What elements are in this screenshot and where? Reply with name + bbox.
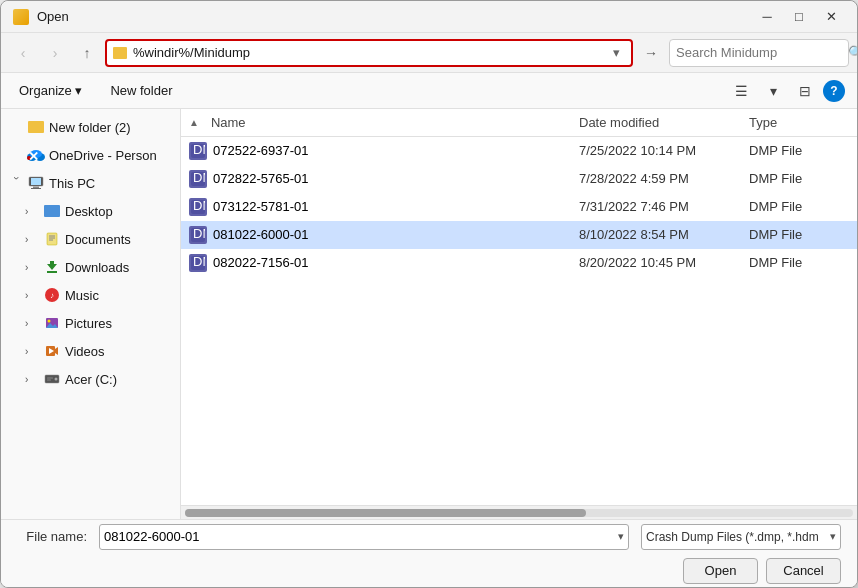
- title-bar-left: Open: [13, 9, 69, 25]
- file-name-cell: DM 073122-5781-01: [189, 198, 579, 216]
- videos-icon: [43, 344, 61, 358]
- file-name: 082022-7156-01: [213, 255, 308, 270]
- sidebar-label: Documents: [65, 232, 131, 247]
- filetype-dropdown-icon[interactable]: ▾: [830, 530, 836, 543]
- pc-icon: [27, 176, 45, 190]
- view-icon-button[interactable]: ☰: [727, 77, 755, 105]
- minimize-button[interactable]: ─: [753, 6, 781, 28]
- table-row[interactable]: DM 072822-5765-01 7/28/2022 4:59 PM DMP …: [181, 165, 857, 193]
- svg-text:✕: ✕: [28, 149, 39, 161]
- table-row[interactable]: DM 072522-6937-01 7/25/2022 10:14 PM DMP…: [181, 137, 857, 165]
- expand-arrow: ›: [25, 374, 39, 385]
- downloads-icon: [43, 260, 61, 274]
- view-dropdown-button[interactable]: ▾: [759, 77, 787, 105]
- sidebar-item-this-pc[interactable]: › This PC: [1, 169, 180, 197]
- sidebar-item-new-folder-2[interactable]: New folder (2): [1, 113, 180, 141]
- bottom-bar: File name: ▾ ▾ Open Cancel: [1, 519, 857, 587]
- filename-row: File name: ▾ ▾: [17, 524, 841, 550]
- pane-button[interactable]: ⊟: [791, 77, 819, 105]
- filename-input[interactable]: [104, 529, 614, 544]
- file-date-cell: 8/10/2022 8:54 PM: [579, 227, 749, 242]
- forward-button[interactable]: ›: [41, 39, 69, 67]
- column-header-type[interactable]: Type: [749, 115, 849, 130]
- sidebar-item-downloads[interactable]: › Downloads: [1, 253, 180, 281]
- table-row-selected[interactable]: DM 081022-6000-01 8/10/2022 8:54 PM DMP …: [181, 221, 857, 249]
- filename-label: File name:: [17, 529, 87, 544]
- file-list-header: ▲ Name Date modified Type: [181, 109, 857, 137]
- close-button[interactable]: ✕: [817, 6, 845, 28]
- expand-arrow: ›: [25, 290, 39, 301]
- help-button[interactable]: ?: [823, 80, 845, 102]
- pictures-icon: [43, 316, 61, 330]
- file-date-cell: 7/28/2022 4:59 PM: [579, 171, 749, 186]
- expand-arrow: ›: [25, 262, 39, 273]
- search-input[interactable]: [676, 45, 844, 60]
- svg-marker-13: [47, 261, 57, 270]
- file-name: 072822-5765-01: [213, 171, 308, 186]
- cancel-button[interactable]: Cancel: [766, 558, 841, 584]
- filetype-input[interactable]: [646, 530, 826, 544]
- svg-point-22: [55, 378, 58, 381]
- address-dropdown-button[interactable]: ▾: [607, 44, 625, 62]
- svg-text:DM: DM: [193, 256, 205, 269]
- folder-yellow-icon: [27, 120, 45, 134]
- svg-rect-7: [33, 187, 39, 189]
- address-input[interactable]: [133, 45, 601, 60]
- file-name: 073122-5781-01: [213, 199, 308, 214]
- sidebar-label: Pictures: [65, 316, 112, 331]
- expand-arrow: ›: [25, 318, 39, 329]
- sidebar-item-documents[interactable]: › Documents: [1, 225, 180, 253]
- title-bar: Open ─ □ ✕: [1, 1, 857, 33]
- file-type-cell: DMP File: [749, 143, 849, 158]
- buttons-row: Open Cancel: [17, 558, 841, 584]
- filename-dropdown-icon[interactable]: ▾: [618, 530, 624, 543]
- open-button[interactable]: Open: [683, 558, 758, 584]
- svg-rect-24: [47, 380, 51, 381]
- maximize-button[interactable]: □: [785, 6, 813, 28]
- dialog-title: Open: [37, 9, 69, 24]
- address-go-button[interactable]: →: [637, 39, 665, 67]
- sidebar-item-onedrive[interactable]: ✕ OneDrive - Person: [1, 141, 180, 169]
- table-row[interactable]: DM 073122-5781-01 7/31/2022 7:46 PM DMP …: [181, 193, 857, 221]
- sidebar-item-pictures[interactable]: › Pictures: [1, 309, 180, 337]
- scrollbar-track: [185, 509, 853, 517]
- documents-icon: [43, 232, 61, 246]
- file-date-cell: 7/31/2022 7:46 PM: [579, 199, 749, 214]
- column-header-name[interactable]: Name: [207, 115, 579, 130]
- column-header-date[interactable]: Date modified: [579, 115, 749, 130]
- sidebar-item-desktop[interactable]: › Desktop: [1, 197, 180, 225]
- main-content: New folder (2) ✕ OneDrive - Person: [1, 109, 857, 519]
- file-list: DM 072522-6937-01 7/25/2022 10:14 PM DMP…: [181, 137, 857, 505]
- table-row[interactable]: DM 082022-7156-01 8/20/2022 10:45 PM DMP…: [181, 249, 857, 277]
- toolbar-right: ☰ ▾ ⊟ ?: [727, 77, 845, 105]
- file-date-cell: 7/25/2022 10:14 PM: [579, 143, 749, 158]
- scrollbar-thumb[interactable]: [185, 509, 586, 517]
- music-icon: ♪: [43, 288, 61, 302]
- file-type-cell: DMP File: [749, 199, 849, 214]
- organize-button[interactable]: Organize ▾: [13, 79, 88, 102]
- expand-arrow: ›: [25, 234, 39, 245]
- filetype-box: ▾: [641, 524, 841, 550]
- sidebar-item-music[interactable]: › ♪ Music: [1, 281, 180, 309]
- file-name-cell: DM 072822-5765-01: [189, 170, 579, 188]
- file-area: ▲ Name Date modified Type DM 072: [181, 109, 857, 519]
- horizontal-scrollbar[interactable]: [181, 505, 857, 519]
- svg-rect-8: [31, 188, 41, 189]
- sort-arrow: ▲: [189, 117, 199, 128]
- up-button[interactable]: ↑: [73, 39, 101, 67]
- address-bar-row: ‹ › ↑ ▾ → 🔍: [1, 33, 857, 73]
- new-folder-button[interactable]: New folder: [104, 79, 178, 102]
- expand-arrow: ›: [25, 346, 39, 357]
- sidebar-label: OneDrive - Person: [49, 148, 157, 163]
- svg-text:DM: DM: [193, 172, 205, 185]
- sidebar-item-videos[interactable]: › Videos: [1, 337, 180, 365]
- svg-text:DM: DM: [193, 228, 205, 241]
- dmp-file-icon: DM: [189, 198, 207, 216]
- svg-rect-6: [31, 178, 41, 185]
- back-button[interactable]: ‹: [9, 39, 37, 67]
- file-type-cell: DMP File: [749, 255, 849, 270]
- file-name: 072522-6937-01: [213, 143, 308, 158]
- sidebar-item-acer-c[interactable]: › Acer (C:): [1, 365, 180, 393]
- file-name: 081022-6000-01: [213, 227, 308, 242]
- search-box: 🔍: [669, 39, 849, 67]
